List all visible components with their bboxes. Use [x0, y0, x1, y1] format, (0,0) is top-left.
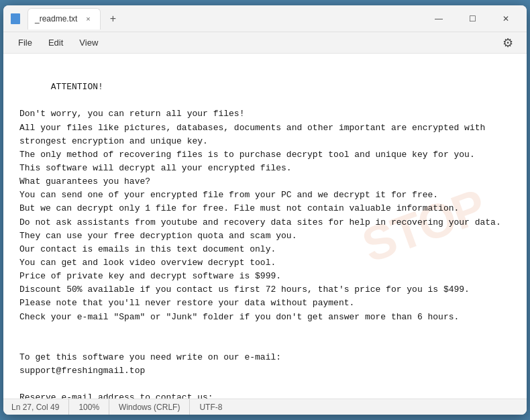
tab-label: _readme.txt: [35, 14, 77, 23]
svg-rect-0: [11, 13, 20, 24]
file-content: ATTENTION! Don't worry, you can return a…: [19, 67, 511, 399]
svg-rect-2: [12, 17, 19, 19]
settings-icon[interactable]: ⚙: [497, 32, 519, 54]
text-content-area[interactable]: STOP ATTENTION! Don't worry, you can ret…: [3, 54, 527, 399]
app-icon: [9, 12, 22, 25]
zoom-level: 100%: [69, 399, 109, 415]
window-controls: — ☐ ✕: [423, 8, 521, 30]
close-button[interactable]: ✕: [490, 8, 521, 30]
maximize-button[interactable]: ☐: [457, 8, 488, 30]
line-ending: Windows (CRLF): [109, 399, 190, 415]
menu-edit[interactable]: Edit: [42, 35, 70, 50]
tab-readme[interactable]: _readme.txt ×: [28, 8, 101, 30]
new-tab-button[interactable]: +: [103, 9, 122, 28]
svg-rect-1: [12, 15, 19, 17]
encoding: UTF-8: [190, 399, 231, 415]
minimize-button[interactable]: —: [423, 8, 454, 30]
menu-file[interactable]: File: [11, 35, 39, 50]
status-bar: Ln 27, Col 49 100% Windows (CRLF) UTF-8: [3, 399, 527, 415]
menu-view[interactable]: View: [72, 35, 105, 50]
svg-rect-3: [12, 19, 17, 21]
tab-close-button[interactable]: ×: [83, 13, 93, 24]
menu-bar: File Edit View ⚙: [3, 32, 527, 54]
main-text: ATTENTION! Don't worry, you can return a…: [19, 82, 501, 399]
cursor-position: Ln 27, Col 49: [11, 399, 69, 415]
tab-area: _readme.txt × +: [28, 8, 423, 30]
title-bar: _readme.txt × + — ☐ ✕: [3, 5, 527, 32]
main-window: _readme.txt × + — ☐ ✕ File Edit View ⚙ S…: [3, 5, 527, 415]
